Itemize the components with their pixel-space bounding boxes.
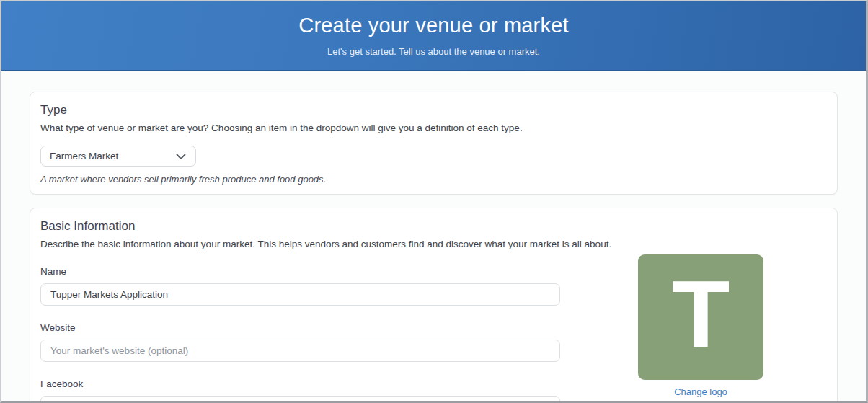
website-input[interactable] <box>40 340 560 362</box>
logo-area: T Change logo <box>638 254 763 398</box>
type-definition-text: A market where vendors sell primarily fr… <box>40 174 827 185</box>
name-field-label: Name <box>40 266 560 277</box>
type-section-description: What type of venue or market are you? Ch… <box>40 123 827 133</box>
type-section-card: Type What type of venue or market are yo… <box>30 92 838 195</box>
venue-type-dropdown[interactable]: Farmers Market <box>40 146 196 167</box>
page-header: Create your venue or market Let's get st… <box>1 1 866 71</box>
chevron-down-icon <box>176 150 186 163</box>
market-logo: T <box>638 254 763 380</box>
website-field-group: Website <box>40 322 560 362</box>
basic-info-description: Describe the basic information about you… <box>40 239 827 249</box>
market-logo-letter: T <box>672 267 730 362</box>
website-field-label: Website <box>40 322 560 333</box>
type-section-heading: Type <box>40 103 827 118</box>
change-logo-link[interactable]: Change logo <box>674 386 727 397</box>
basic-info-heading: Basic Information <box>40 219 827 234</box>
basic-info-section-card: Basic Information Describe the basic inf… <box>30 208 838 403</box>
facebook-field-group: Facebook <box>40 378 560 403</box>
app-window: Create your venue or market Let's get st… <box>0 0 868 403</box>
name-input[interactable] <box>40 283 560 306</box>
page-title: Create your venue or market <box>1 14 866 37</box>
facebook-field-label: Facebook <box>40 378 560 389</box>
page-subtitle: Let's get started. Tell us about the ven… <box>1 46 866 57</box>
venue-type-selected-value: Farmers Market <box>50 151 118 161</box>
facebook-input[interactable] <box>40 396 560 403</box>
name-field-group: Name <box>40 266 560 306</box>
